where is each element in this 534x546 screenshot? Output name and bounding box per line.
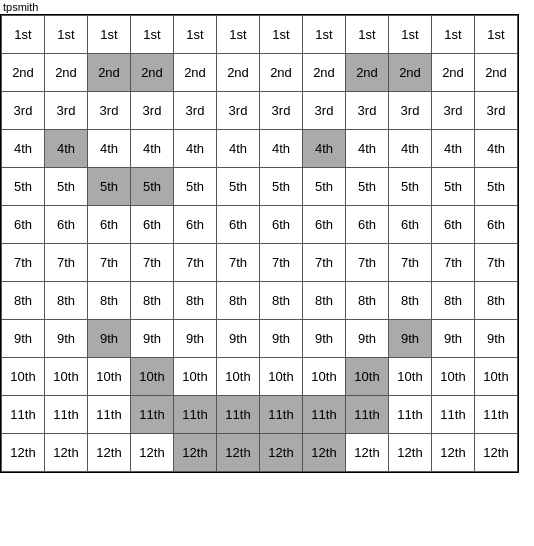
- table-cell: 7th: [2, 244, 45, 282]
- table-cell: 12th: [475, 434, 518, 472]
- table-cell: 3rd: [432, 92, 475, 130]
- table-row: 3rd3rd3rd3rd3rd3rd3rd3rd3rd3rd3rd3rd: [2, 92, 518, 130]
- table-row: 12th12th12th12th12th12th12th12th12th12th…: [2, 434, 518, 472]
- table-cell: 1st: [174, 16, 217, 54]
- table-cell: 2nd: [174, 54, 217, 92]
- table-cell: 10th: [346, 358, 389, 396]
- table-cell: 10th: [131, 358, 174, 396]
- table-cell: 12th: [303, 434, 346, 472]
- table-cell: 1st: [2, 16, 45, 54]
- table-cell: 8th: [303, 282, 346, 320]
- table-cell: 7th: [217, 244, 260, 282]
- table-cell: 4th: [131, 130, 174, 168]
- table-cell: 3rd: [303, 92, 346, 130]
- table-cell: 9th: [346, 320, 389, 358]
- table-cell: 2nd: [217, 54, 260, 92]
- table-cell: 6th: [303, 206, 346, 244]
- table-cell: 12th: [260, 434, 303, 472]
- table-cell: 6th: [131, 206, 174, 244]
- table-cell: 10th: [174, 358, 217, 396]
- table-cell: 5th: [88, 168, 131, 206]
- grid-container: 1st1st1st1st1st1st1st1st1st1st1st1st2nd2…: [0, 14, 519, 473]
- table-cell: 3rd: [346, 92, 389, 130]
- table-cell: 8th: [432, 282, 475, 320]
- table-cell: 1st: [45, 16, 88, 54]
- table-cell: 11th: [389, 396, 432, 434]
- table-cell: 1st: [131, 16, 174, 54]
- table-cell: 12th: [88, 434, 131, 472]
- table-cell: 6th: [346, 206, 389, 244]
- table-cell: 1st: [88, 16, 131, 54]
- table-cell: 7th: [346, 244, 389, 282]
- table-cell: 4th: [475, 130, 518, 168]
- table-cell: 9th: [389, 320, 432, 358]
- table-cell: 5th: [432, 168, 475, 206]
- table-cell: 1st: [260, 16, 303, 54]
- table-cell: 3rd: [174, 92, 217, 130]
- table-cell: 11th: [346, 396, 389, 434]
- table-cell: 7th: [432, 244, 475, 282]
- table-cell: 9th: [174, 320, 217, 358]
- table-cell: 5th: [2, 168, 45, 206]
- table-cell: 11th: [217, 396, 260, 434]
- table-cell: 10th: [432, 358, 475, 396]
- table-cell: 5th: [303, 168, 346, 206]
- table-cell: 10th: [45, 358, 88, 396]
- table-cell: 4th: [260, 130, 303, 168]
- table-row: 6th6th6th6th6th6th6th6th6th6th6th6th: [2, 206, 518, 244]
- table-cell: 4th: [88, 130, 131, 168]
- table-cell: 8th: [346, 282, 389, 320]
- table-cell: 4th: [432, 130, 475, 168]
- table-cell: 9th: [303, 320, 346, 358]
- table-cell: 9th: [475, 320, 518, 358]
- table-cell: 8th: [389, 282, 432, 320]
- table-cell: 3rd: [45, 92, 88, 130]
- table-cell: 2nd: [45, 54, 88, 92]
- table-cell: 4th: [174, 130, 217, 168]
- table-cell: 2nd: [389, 54, 432, 92]
- table-cell: 2nd: [475, 54, 518, 92]
- table-row: 11th11th11th11th11th11th11th11th11th11th…: [2, 396, 518, 434]
- table-row: 4th4th4th4th4th4th4th4th4th4th4th4th: [2, 130, 518, 168]
- table-cell: 11th: [131, 396, 174, 434]
- table-cell: 7th: [174, 244, 217, 282]
- table-cell: 5th: [389, 168, 432, 206]
- table-cell: 11th: [303, 396, 346, 434]
- table-cell: 11th: [45, 396, 88, 434]
- table-cell: 1st: [303, 16, 346, 54]
- table-cell: 6th: [217, 206, 260, 244]
- table-cell: 6th: [45, 206, 88, 244]
- table-row: 5th5th5th5th5th5th5th5th5th5th5th5th: [2, 168, 518, 206]
- table-cell: 2nd: [88, 54, 131, 92]
- table-cell: 2nd: [131, 54, 174, 92]
- table-cell: 4th: [346, 130, 389, 168]
- app-title: tpsmith: [3, 1, 38, 13]
- table-cell: 12th: [389, 434, 432, 472]
- table-cell: 11th: [88, 396, 131, 434]
- table-cell: 6th: [88, 206, 131, 244]
- table-cell: 10th: [217, 358, 260, 396]
- table-cell: 5th: [45, 168, 88, 206]
- table-cell: 7th: [131, 244, 174, 282]
- table-cell: 2nd: [303, 54, 346, 92]
- table-cell: 6th: [475, 206, 518, 244]
- table-cell: 9th: [131, 320, 174, 358]
- table-cell: 11th: [475, 396, 518, 434]
- table-row: 9th9th9th9th9th9th9th9th9th9th9th9th: [2, 320, 518, 358]
- table-cell: 10th: [389, 358, 432, 396]
- table-cell: 12th: [346, 434, 389, 472]
- table-cell: 8th: [45, 282, 88, 320]
- title-bar: tpsmith: [0, 0, 534, 14]
- table-cell: 4th: [2, 130, 45, 168]
- table-cell: 9th: [432, 320, 475, 358]
- table-cell: 11th: [2, 396, 45, 434]
- table-cell: 8th: [131, 282, 174, 320]
- table-cell: 11th: [432, 396, 475, 434]
- table-cell: 5th: [217, 168, 260, 206]
- table-cell: 1st: [389, 16, 432, 54]
- table-cell: 12th: [131, 434, 174, 472]
- table-cell: 7th: [389, 244, 432, 282]
- table-cell: 5th: [260, 168, 303, 206]
- table-cell: 10th: [303, 358, 346, 396]
- table-cell: 12th: [174, 434, 217, 472]
